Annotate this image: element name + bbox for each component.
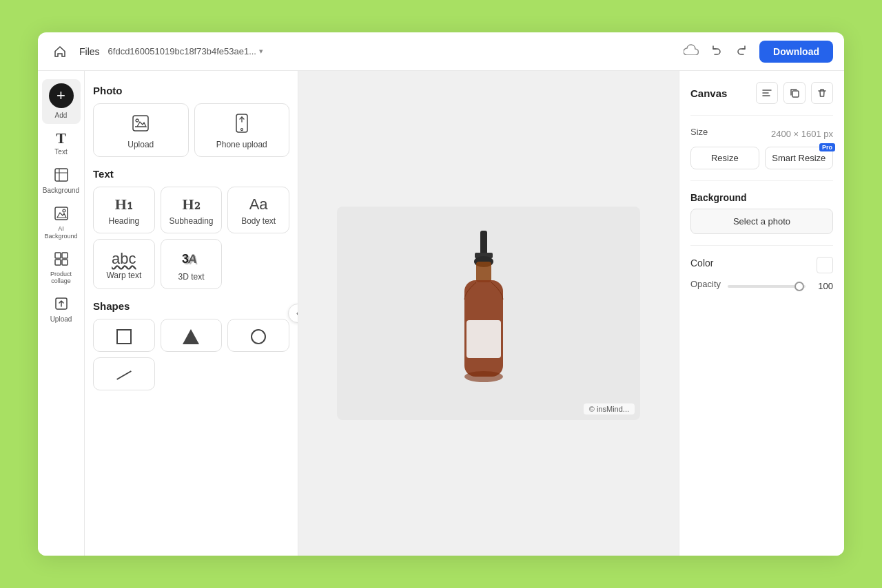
redo-button[interactable]	[732, 42, 751, 61]
body-text-label: Body text	[241, 216, 276, 226]
svg-rect-21	[792, 91, 799, 97]
upload-card-icon	[131, 114, 150, 136]
divider-3	[690, 245, 833, 246]
sidebar-item-collage-label: Product collage	[45, 271, 78, 286]
svg-rect-8	[133, 116, 148, 131]
square-shape-card[interactable]	[93, 319, 155, 352]
3d-text-label: 3D text	[178, 272, 204, 282]
background-section: Background Select a photo	[690, 192, 833, 234]
panel: Photo Upload	[85, 71, 298, 556]
add-plus-icon: +	[49, 83, 74, 108]
3d-text-icon: 3 A	[181, 249, 201, 268]
sidebar-item-upload-label: Upload	[50, 315, 72, 324]
color-swatch[interactable]	[817, 257, 833, 273]
download-button[interactable]: Download	[759, 41, 833, 63]
text-section-title: Text	[93, 168, 289, 180]
pro-badge: Pro	[819, 143, 835, 151]
heading-label: Heading	[108, 216, 139, 226]
svg-point-11	[240, 129, 243, 131]
phone-upload-card[interactable]: Phone upload	[194, 103, 290, 157]
size-value: 2400 × 1601 px	[771, 129, 833, 139]
text-grid: H₁ Heading H₂ Subheading Aa Body text ab…	[93, 187, 289, 289]
sidebar-item-add[interactable]: + Add	[42, 79, 81, 124]
size-label: Size	[690, 127, 708, 137]
canvas-watermark: © insMind...	[584, 403, 635, 414]
subheading-card[interactable]: H₂ Subheading	[161, 187, 223, 233]
circle-shape-card[interactable]	[227, 319, 289, 352]
triangle-shape-card[interactable]	[161, 319, 223, 352]
resize-button[interactable]: Resize	[690, 147, 759, 169]
smart-resize-button[interactable]: Smart Resize Pro	[765, 147, 834, 169]
upload-icon	[54, 296, 69, 313]
sidebar-item-background[interactable]: Background	[42, 163, 81, 199]
format-tool-button[interactable]	[756, 82, 778, 104]
files-link[interactable]: Files	[79, 46, 100, 57]
warp-text-label: Warp text	[106, 271, 141, 280]
header: Files 6fdcd160051019bc18f73b4fe53ae1... …	[38, 32, 844, 71]
line-shape-icon	[116, 370, 132, 380]
product-collage-icon	[54, 251, 69, 269]
canvas-area: © insMind...	[298, 71, 679, 556]
svg-rect-4	[62, 253, 68, 258]
svg-rect-0	[55, 169, 68, 181]
svg-rect-17	[476, 262, 491, 282]
panel-collapse-button[interactable]: ‹	[288, 304, 298, 323]
canvas-title: Canvas	[690, 87, 727, 99]
opacity-value: 100	[812, 281, 833, 291]
shapes-section-title: Shapes	[93, 300, 289, 312]
svg-rect-5	[55, 260, 61, 265]
photo-section-title: Photo	[93, 85, 289, 96]
shapes-grid	[93, 319, 289, 390]
line-shape-card[interactable]	[93, 357, 155, 390]
warp-text-icon: abc	[112, 251, 136, 266]
app-window: Files 6fdcd160051019bc18f73b4fe53ae1... …	[38, 32, 844, 556]
sidebar-item-text[interactable]: T Text	[42, 127, 81, 160]
color-section: Color Opacity 100	[690, 257, 833, 293]
sidebar-item-text-label: Text	[54, 148, 67, 156]
sidebar-item-background-label: Background	[43, 187, 79, 195]
warp-text-card[interactable]: abc Warp text	[93, 239, 155, 289]
filename-chevron: ▾	[259, 47, 263, 56]
divider-1	[690, 115, 833, 116]
ai-background-icon	[54, 206, 69, 223]
svg-rect-14	[480, 231, 487, 255]
canvas-content: © insMind...	[337, 207, 640, 420]
copy-tool-button[interactable]	[783, 82, 806, 104]
svg-rect-3	[55, 253, 61, 258]
svg-point-2	[63, 209, 65, 212]
body-text-icon: Aa	[249, 197, 268, 212]
header-actions	[707, 42, 751, 61]
phone-upload-icon	[234, 114, 250, 136]
heading-icon: H₁	[115, 197, 133, 212]
circle-shape-icon	[251, 329, 266, 344]
home-icon[interactable]	[49, 41, 71, 63]
triangle-shape-icon	[183, 329, 199, 344]
color-label: Color	[690, 258, 713, 269]
svg-point-20	[464, 371, 503, 382]
upload-card[interactable]: Upload	[93, 103, 189, 157]
filename-display[interactable]: 6fdcd160051019bc18f73b4fe53ae1... ▾	[108, 46, 263, 56]
sidebar-item-upload[interactable]: Upload	[42, 292, 81, 328]
body-text-card[interactable]: Aa Body text	[227, 187, 289, 233]
sidebar-item-ai-background[interactable]: AI Background	[42, 202, 81, 244]
svg-rect-19	[466, 320, 501, 358]
sidebar-item-product-collage[interactable]: Product collage	[42, 247, 81, 290]
select-photo-button[interactable]: Select a photo	[690, 209, 833, 234]
upload-card-label: Upload	[127, 140, 154, 149]
square-shape-icon	[116, 329, 132, 344]
body: + Add T Text Background	[38, 71, 844, 556]
undo-button[interactable]	[707, 42, 726, 61]
cloud-icon[interactable]	[684, 44, 699, 59]
text-icon: T	[56, 131, 66, 146]
icon-sidebar: + Add T Text Background	[38, 71, 85, 556]
right-panel: Canvas	[679, 71, 844, 556]
delete-tool-button[interactable]	[811, 82, 833, 104]
opacity-thumb	[794, 282, 804, 291]
subheading-label: Subheading	[169, 216, 213, 226]
svg-rect-6	[62, 260, 68, 265]
3d-text-card[interactable]: 3 A 3D text	[161, 239, 223, 289]
opacity-slider[interactable]	[728, 285, 806, 288]
heading-card[interactable]: H₁ Heading	[93, 187, 155, 233]
background-label: Background	[690, 192, 833, 203]
photo-grid: Upload Phone upload	[93, 103, 289, 157]
